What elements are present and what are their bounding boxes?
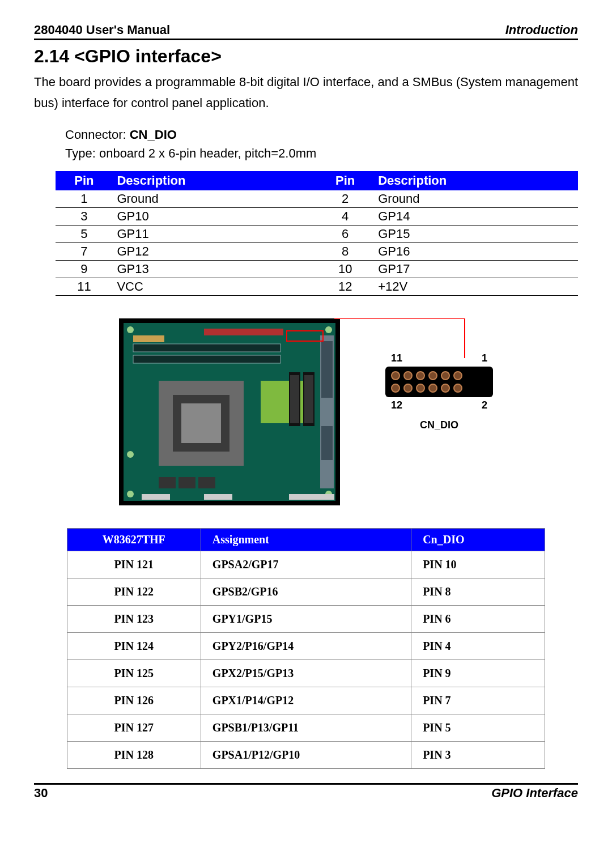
desc-cell: +12V — [373, 278, 578, 295]
table-row: PIN 124GPY2/P16/GP14PIN 4 — [67, 632, 545, 659]
pin-header: Pin — [317, 171, 373, 190]
motherboard-icon — [119, 318, 340, 505]
page-footer: 30 GPIO Interface — [34, 783, 578, 801]
assign-cell: PIN 8 — [411, 578, 545, 605]
intro-paragraph: The board provides a programmable 8-bit … — [34, 71, 578, 114]
pin-cell: 11 — [56, 278, 112, 295]
desc-cell: GP14 — [373, 207, 578, 225]
assign-cell: PIN 6 — [411, 605, 545, 632]
assign-cell: GPSA1/P12/GP10 — [201, 741, 411, 768]
figure-row: 11 1 12 2 CN_DIO — [34, 318, 578, 505]
svg-point-4 — [127, 491, 134, 497]
connector-type: Type: onboard 2 x 6-pin header, pitch=2.… — [65, 144, 578, 163]
pin-cell: 8 — [317, 242, 373, 260]
connector-figure: 11 1 12 2 CN_DIO — [385, 352, 493, 431]
svg-rect-7 — [133, 344, 280, 352]
connector-name: CN_DIO — [130, 127, 177, 142]
pin-cell: 12 — [317, 278, 373, 295]
svg-rect-9 — [204, 329, 283, 335]
desc-cell: Ground — [373, 190, 578, 208]
desc-header: Description — [373, 171, 578, 190]
desc-cell: GP11 — [112, 225, 317, 242]
assign-cell: GPX1/P14/GP12 — [201, 687, 411, 714]
pin-cell: 2 — [317, 190, 373, 208]
assign-cell: PIN 123 — [67, 605, 201, 632]
table-row: 3GP104GP14 — [56, 207, 578, 225]
table-row: PIN 127GPSB1/P13/GP11PIN 5 — [67, 714, 545, 741]
page-header: 2804040 User's Manual Introduction — [34, 23, 578, 40]
svg-rect-25 — [204, 494, 232, 500]
table-row: 5GP116GP15 — [56, 225, 578, 242]
pin-cell: 6 — [317, 225, 373, 242]
assign-cell: PIN 9 — [411, 659, 545, 687]
footer-right: GPIO Interface — [491, 786, 578, 801]
assign-cell: PIN 121 — [67, 551, 201, 578]
conn-pin-label: 2 — [482, 399, 487, 411]
svg-point-6 — [127, 451, 134, 458]
pin-cell: 1 — [56, 190, 112, 208]
connector-label: Connector: — [65, 127, 130, 142]
footer-left: 30 — [34, 786, 48, 801]
assign-cell: GPY1/GP15 — [201, 605, 411, 632]
desc-cell: VCC — [112, 278, 317, 295]
assign-cell: PIN 128 — [67, 741, 201, 768]
svg-point-3 — [325, 326, 332, 333]
pin-cell: 7 — [56, 242, 112, 260]
svg-rect-16 — [290, 375, 299, 423]
table-row: 9GP1310GP17 — [56, 260, 578, 278]
table-row: PIN 125GPX2/P15/GP13PIN 9 — [67, 659, 545, 687]
pin-table-header-row: Pin Description Pin Description — [56, 171, 578, 190]
pin-cell: 10 — [317, 260, 373, 278]
assign-cell: PIN 124 — [67, 632, 201, 659]
assign-cell: PIN 10 — [411, 551, 545, 578]
section-title: 2.14 <GPIO interface> — [34, 46, 578, 67]
svg-rect-17 — [304, 375, 313, 423]
assign-cell: PIN 127 — [67, 714, 201, 741]
svg-rect-19 — [321, 341, 333, 398]
svg-rect-8 — [133, 355, 280, 363]
connector-info: Connector: CN_DIO Type: onboard 2 x 6-pi… — [65, 125, 578, 163]
board-image — [119, 318, 340, 505]
assign-cell: PIN 5 — [411, 714, 545, 741]
assign-header: Cn_DIO — [411, 528, 545, 551]
svg-rect-24 — [142, 494, 170, 500]
svg-rect-26 — [289, 494, 334, 500]
pin-cell: 5 — [56, 225, 112, 242]
svg-point-2 — [127, 326, 134, 333]
desc-cell: GP10 — [112, 207, 317, 225]
table-row: 11VCC12+12V — [56, 278, 578, 295]
svg-rect-12 — [181, 403, 221, 443]
table-row: PIN 121GPSA2/GP17PIN 10 — [67, 551, 545, 578]
header-left: 2804040 User's Manual — [34, 23, 170, 37]
conn-pin-label: 12 — [391, 399, 402, 411]
assign-cell: GPY2/P16/GP14 — [201, 632, 411, 659]
header-right: Introduction — [505, 23, 578, 37]
assign-cell: PIN 122 — [67, 578, 201, 605]
svg-rect-22 — [178, 477, 196, 488]
assign-header: Assignment — [201, 528, 411, 551]
desc-cell: GP13 — [112, 260, 317, 278]
assign-cell: GPSB2/GP16 — [201, 578, 411, 605]
table-row: PIN 128GPSA1/P12/GP10PIN 3 — [67, 741, 545, 768]
conn-pin-label: 1 — [482, 352, 487, 364]
pin-cell: 3 — [56, 207, 112, 225]
pin-header: Pin — [56, 171, 112, 190]
table-row: PIN 122GPSB2/GP16PIN 8 — [67, 578, 545, 605]
assign-cell: PIN 4 — [411, 632, 545, 659]
svg-rect-21 — [159, 477, 176, 488]
table-row: PIN 126GPX1/P14/GP12PIN 7 — [67, 687, 545, 714]
connector-body-icon — [385, 367, 493, 397]
assignment-table: W83627THF Assignment Cn_DIO PIN 121GPSA2… — [67, 528, 546, 769]
connector-fig-name: CN_DIO — [385, 419, 493, 431]
assign-cell: PIN 125 — [67, 659, 201, 687]
desc-cell: GP17 — [373, 260, 578, 278]
assign-cell: PIN 7 — [411, 687, 545, 714]
assign-cell: PIN 126 — [67, 687, 201, 714]
conn-pin-label: 11 — [391, 352, 402, 364]
svg-rect-27 — [133, 335, 164, 342]
assign-cell: PIN 3 — [411, 741, 545, 768]
assign-cell: GPSA2/GP17 — [201, 551, 411, 578]
table-row: 1Ground2Ground — [56, 190, 578, 208]
table-row: PIN 123GPY1/GP15PIN 6 — [67, 605, 545, 632]
table-row: 7GP128GP16 — [56, 242, 578, 260]
